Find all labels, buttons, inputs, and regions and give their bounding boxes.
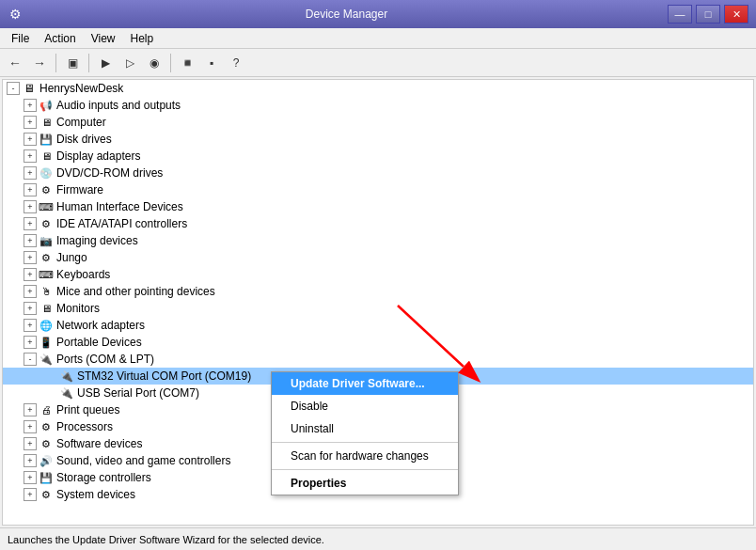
disk-expand[interactable]: + bbox=[24, 133, 37, 146]
show-hidden-button[interactable]: ◾ bbox=[176, 52, 198, 74]
ports-expand[interactable]: - bbox=[24, 353, 37, 366]
tree-item-portable[interactable]: + 📱 Portable Devices bbox=[3, 334, 753, 351]
hid-expand[interactable]: + bbox=[24, 200, 37, 213]
disk-label: Disk drives bbox=[56, 133, 112, 146]
hid-label: Human Interface Devices bbox=[56, 200, 183, 213]
help-button[interactable]: ? bbox=[225, 52, 247, 74]
tree-item-hid[interactable]: + ⌨ Human Interface Devices bbox=[3, 198, 753, 215]
menu-view[interactable]: View bbox=[84, 30, 123, 47]
network-label: Network adapters bbox=[56, 319, 145, 332]
system-expand[interactable]: + bbox=[24, 488, 37, 501]
context-uninstall[interactable]: Uninstall bbox=[272, 417, 458, 440]
tree-item-audio[interactable]: + 📢 Audio inputs and outputs bbox=[3, 97, 753, 114]
disk-icon: 💾 bbox=[39, 132, 54, 147]
network-expand[interactable]: + bbox=[24, 319, 37, 332]
menu-help[interactable]: Help bbox=[123, 30, 162, 47]
update-driver-button[interactable]: ▷ bbox=[118, 52, 141, 74]
menu-action[interactable]: Action bbox=[37, 30, 83, 47]
audio-label: Audio inputs and outputs bbox=[56, 99, 181, 112]
ports-label: Ports (COM & LPT) bbox=[56, 353, 154, 366]
network-icon: 🌐 bbox=[39, 318, 54, 333]
keyboards-expand[interactable]: + bbox=[24, 268, 37, 281]
portable-expand[interactable]: + bbox=[24, 336, 37, 349]
stm32-label: STM32 Virtual COM Port (COM19) bbox=[77, 369, 251, 383]
imaging-label: Imaging devices bbox=[56, 234, 138, 247]
ide-expand[interactable]: + bbox=[24, 217, 37, 230]
minimize-button[interactable]: — bbox=[668, 5, 692, 24]
storage-icon: 💾 bbox=[39, 470, 54, 485]
toolbar: ← → ▣ ▶ ▷ ◉ ◾ ▪ ? bbox=[0, 49, 756, 77]
context-disable[interactable]: Disable bbox=[272, 395, 458, 417]
tree-item-display[interactable]: + 🖥 Display adapters bbox=[3, 148, 753, 165]
ide-icon: ⚙ bbox=[39, 216, 54, 231]
tree-item-keyboards[interactable]: + ⌨ Keyboards bbox=[3, 266, 753, 283]
print-expand[interactable]: + bbox=[24, 403, 37, 416]
device-tree[interactable]: - 🖥 HenrysNewDesk + 📢 Audio inputs and o… bbox=[2, 79, 754, 526]
menu-file[interactable]: File bbox=[4, 30, 37, 47]
properties-button[interactable]: ▣ bbox=[61, 52, 84, 74]
tree-root[interactable]: - 🖥 HenrysNewDesk bbox=[3, 80, 753, 97]
print-label: Print queues bbox=[56, 403, 119, 416]
jungo-icon: ⚙ bbox=[39, 250, 54, 265]
context-update-driver[interactable]: Update Driver Software... bbox=[272, 372, 458, 395]
system-label: System devices bbox=[56, 488, 135, 501]
mice-label: Mice and other pointing devices bbox=[56, 285, 215, 298]
storage-expand[interactable]: + bbox=[24, 471, 37, 484]
context-properties[interactable]: Properties bbox=[272, 472, 458, 495]
tree-item-disk[interactable]: + 💾 Disk drives bbox=[3, 131, 753, 148]
display-expand[interactable]: + bbox=[24, 149, 37, 163]
mice-expand[interactable]: + bbox=[24, 285, 37, 298]
tree-item-firmware[interactable]: + ⚙ Firmware bbox=[3, 181, 753, 198]
imaging-expand[interactable]: + bbox=[24, 234, 37, 247]
sound-expand[interactable]: + bbox=[24, 454, 37, 467]
root-icon: 🖥 bbox=[22, 81, 37, 96]
processors-expand[interactable]: + bbox=[24, 420, 37, 433]
jungo-expand[interactable]: + bbox=[24, 251, 37, 264]
tree-item-jungo[interactable]: + ⚙ Jungo bbox=[3, 249, 753, 266]
tree-item-network[interactable]: + 🌐 Network adapters bbox=[3, 317, 753, 334]
dvd-expand[interactable]: + bbox=[24, 166, 37, 180]
audio-expand[interactable]: + bbox=[24, 99, 37, 112]
back-button[interactable]: ← bbox=[4, 52, 26, 74]
audio-icon: 📢 bbox=[39, 98, 54, 113]
maximize-button[interactable]: □ bbox=[696, 5, 720, 24]
software-label: Software devices bbox=[56, 437, 142, 450]
jungo-label: Jungo bbox=[56, 251, 87, 264]
tree-item-mice[interactable]: + 🖱 Mice and other pointing devices bbox=[3, 283, 753, 300]
tree-item-monitors[interactable]: + 🖥 Monitors bbox=[3, 300, 753, 317]
system-icon: ⚙ bbox=[39, 487, 54, 502]
monitors-expand[interactable]: + bbox=[24, 302, 37, 315]
stm32-icon: 🔌 bbox=[59, 369, 74, 384]
title-bar: ⚙ Device Manager — □ ✕ bbox=[0, 0, 756, 28]
uninstall-button[interactable]: ◉ bbox=[143, 52, 165, 74]
sound-label: Sound, video and game controllers bbox=[56, 454, 230, 467]
scan-button[interactable]: ▶ bbox=[94, 52, 117, 74]
usbserial-icon: 🔌 bbox=[59, 385, 74, 401]
storage-label: Storage controllers bbox=[56, 471, 151, 484]
resources-button[interactable]: ▪ bbox=[200, 52, 223, 74]
computer-label: Computer bbox=[56, 116, 106, 129]
tree-item-ide[interactable]: + ⚙ IDE ATA/ATAPI controllers bbox=[3, 215, 753, 232]
close-button[interactable]: ✕ bbox=[724, 5, 748, 24]
app-icon: ⚙ bbox=[8, 7, 23, 22]
imaging-icon: 📷 bbox=[39, 233, 54, 248]
forward-button[interactable]: → bbox=[28, 52, 51, 74]
context-sep-2 bbox=[272, 469, 458, 470]
root-expand[interactable]: - bbox=[7, 82, 20, 95]
firmware-expand[interactable]: + bbox=[24, 183, 37, 196]
status-text: Launches the Update Driver Software Wiza… bbox=[8, 534, 324, 545]
tree-item-dvd[interactable]: + 💿 DVD/CD-ROM drives bbox=[3, 165, 753, 181]
tree-item-computer[interactable]: + 🖥 Computer bbox=[3, 114, 753, 131]
monitors-label: Monitors bbox=[56, 302, 100, 315]
mice-icon: 🖱 bbox=[39, 284, 54, 299]
context-scan[interactable]: Scan for hardware changes bbox=[272, 445, 458, 467]
computer-expand[interactable]: + bbox=[24, 116, 37, 129]
software-expand[interactable]: + bbox=[24, 437, 37, 450]
processors-icon: ⚙ bbox=[39, 419, 54, 434]
software-icon: ⚙ bbox=[39, 436, 54, 451]
dvd-icon: 💿 bbox=[39, 165, 54, 181]
sound-icon: 🔊 bbox=[39, 453, 54, 468]
tree-item-imaging[interactable]: + 📷 Imaging devices bbox=[3, 232, 753, 249]
tree-item-ports[interactable]: - 🔌 Ports (COM & LPT) bbox=[3, 351, 753, 368]
window-title: Device Manager bbox=[25, 8, 668, 21]
